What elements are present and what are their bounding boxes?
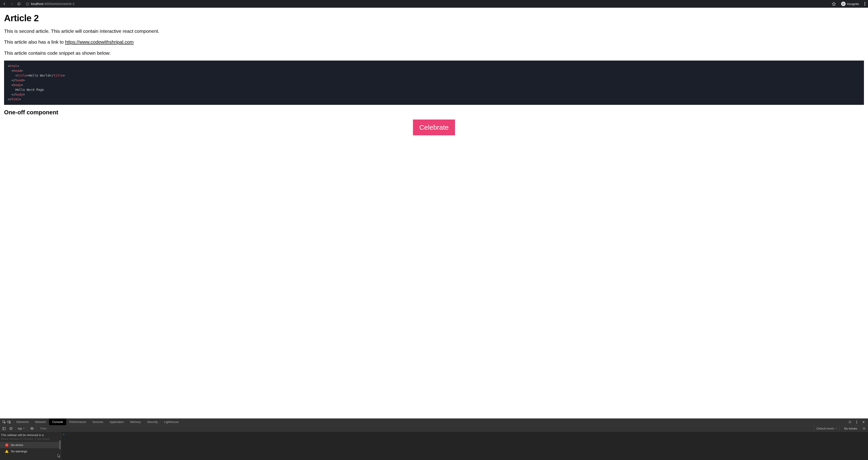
svg-point-8 xyxy=(864,5,865,6)
link-prefix: This article also has a link to xyxy=(4,39,65,44)
sidebar-deprecation-notice-fade: future version of Chrome. If you have xyxy=(0,437,61,442)
inspect-icon xyxy=(2,420,6,424)
chevron-down-icon xyxy=(23,427,25,429)
sidebar-scrollbar[interactable] xyxy=(59,440,61,449)
arrow-left-icon xyxy=(3,2,6,6)
console-filter-input[interactable] xyxy=(39,426,812,431)
devtools-tabbar: ElementsNetworkConsolePerformanceSources… xyxy=(0,419,868,425)
svg-point-21 xyxy=(864,428,864,429)
snippet-intro: This article contains code snippet as sh… xyxy=(4,50,864,57)
svg-point-12 xyxy=(849,422,850,423)
sidebar-errors-label: No errors xyxy=(11,443,23,447)
live-expression-button[interactable] xyxy=(30,426,34,431)
svg-rect-11 xyxy=(9,421,10,423)
svg-point-7 xyxy=(864,3,865,4)
issues-indicator[interactable]: No Issues xyxy=(842,427,860,430)
external-link[interactable]: https://www.codewithshripal.com xyxy=(65,39,133,44)
url-host: localhost xyxy=(31,2,43,6)
devtools-tab-lighthouse[interactable]: Lighthouse xyxy=(161,419,182,425)
svg-point-6 xyxy=(864,2,865,3)
url-text: localhost:4000/articles/article-2 xyxy=(31,2,74,6)
log-levels-label: Default levels xyxy=(816,427,834,430)
devtools-tab-security[interactable]: Security xyxy=(144,419,161,425)
chevron-down-icon xyxy=(835,427,837,429)
kebab-icon xyxy=(864,2,865,6)
devtools-menu-button[interactable] xyxy=(855,420,859,424)
warning-badge-icon xyxy=(5,450,8,453)
bookmark-button[interactable] xyxy=(831,1,837,6)
article-link-paragraph: This article also has a link to https://… xyxy=(4,39,864,45)
devtools-tab-performance[interactable]: Performance xyxy=(66,419,89,425)
back-button[interactable] xyxy=(2,1,7,6)
console-settings-button[interactable] xyxy=(862,426,866,431)
svg-point-5 xyxy=(844,4,844,5)
svg-point-4 xyxy=(842,4,843,5)
gear-icon xyxy=(862,427,866,430)
reload-button[interactable] xyxy=(16,1,22,6)
svg-point-20 xyxy=(31,428,32,429)
clear-console-button[interactable] xyxy=(8,426,13,431)
svg-line-19 xyxy=(10,428,12,429)
device-toolbar-button[interactable] xyxy=(7,420,11,424)
devtools-tab-console[interactable]: Console xyxy=(49,419,66,425)
console-sidebar: This sidebar will be removed in a future… xyxy=(0,432,61,460)
url-path: :4000/articles/article-2 xyxy=(43,2,74,6)
incognito-label: Incognito xyxy=(847,2,859,6)
code-block: <html> <head> <title>Hello World</title>… xyxy=(4,61,864,105)
devtools-tab-application[interactable]: Application xyxy=(106,419,127,425)
forward-button[interactable] xyxy=(9,1,14,6)
eye-icon xyxy=(30,427,34,430)
sidebar-item-errors[interactable]: No errors xyxy=(0,442,61,448)
star-icon xyxy=(832,2,836,6)
devtools-tab-network[interactable]: Network xyxy=(32,419,49,425)
devtools-settings-button[interactable] xyxy=(848,420,852,424)
gear-icon xyxy=(848,420,852,424)
sidebar-warnings-label: No warnings xyxy=(11,450,27,453)
svg-point-14 xyxy=(856,422,857,422)
inspect-element-button[interactable] xyxy=(2,420,6,424)
console-sidebar-toggle[interactable] xyxy=(2,426,6,431)
browser-toolbar: localhost:4000/articles/article-2 Incogn… xyxy=(0,0,868,8)
svg-marker-3 xyxy=(832,2,836,6)
sidebar-toggle-icon xyxy=(2,427,6,430)
reload-icon xyxy=(17,2,21,6)
kebab-icon xyxy=(856,421,857,424)
arrow-right-icon xyxy=(10,2,13,6)
page-content: Article 2 This is second article. This a… xyxy=(0,8,868,419)
address-bar[interactable]: localhost:4000/articles/article-2 xyxy=(24,1,829,7)
info-icon xyxy=(26,2,29,6)
article-intro: This is second article. This article wil… xyxy=(4,28,864,35)
article-title: Article 2 xyxy=(4,13,864,23)
sidebar-item-warnings[interactable]: No warnings xyxy=(0,448,61,454)
console-prompt: > xyxy=(63,433,65,436)
svg-rect-16 xyxy=(3,427,5,430)
devtools-close-button[interactable] xyxy=(861,420,866,424)
devtools-tab-elements[interactable]: Elements xyxy=(13,419,32,425)
subheading: One-off component xyxy=(4,109,864,116)
device-icon xyxy=(7,420,11,424)
devtools-tab-sources[interactable]: Sources xyxy=(89,419,106,425)
celebrate-button[interactable]: Celebrate xyxy=(413,120,455,135)
context-label: top xyxy=(18,427,22,430)
incognito-icon xyxy=(841,2,846,6)
log-levels-selector[interactable]: Default levels xyxy=(814,425,839,431)
devtools-panel: ElementsNetworkConsolePerformanceSources… xyxy=(0,419,868,460)
console-output[interactable]: > xyxy=(61,432,868,460)
clear-icon xyxy=(9,427,13,430)
console-toolbar: top Default levels No Issues xyxy=(0,425,868,432)
context-selector[interactable]: top xyxy=(18,427,25,430)
svg-point-13 xyxy=(856,421,857,421)
svg-point-15 xyxy=(856,423,857,423)
error-badge-icon xyxy=(5,443,8,447)
browser-menu-button[interactable] xyxy=(864,2,866,6)
close-icon xyxy=(862,421,865,423)
incognito-indicator[interactable]: Incognito xyxy=(839,1,861,7)
devtools-tab-memory[interactable]: Memory xyxy=(127,419,144,425)
sidebar-deprecation-notice: This sidebar will be removed in a xyxy=(0,432,61,437)
